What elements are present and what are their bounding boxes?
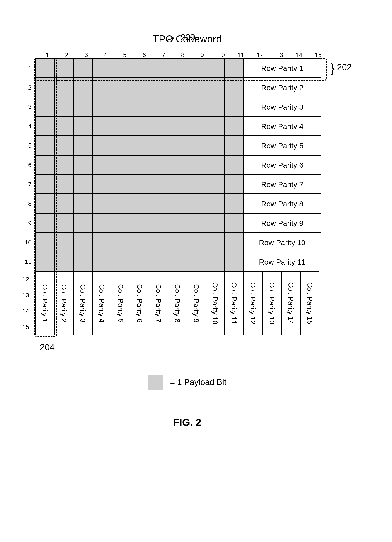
legend-swatch — [148, 374, 163, 390]
payload-cell — [92, 213, 111, 233]
payload-cell — [130, 116, 149, 136]
col-parity-cell: Col. Parity 6 — [130, 271, 149, 335]
payload-cell — [130, 136, 149, 155]
row-label: 13 — [22, 287, 32, 303]
payload-cell — [206, 213, 225, 233]
row-label: 15 — [22, 319, 32, 335]
payload-cell — [92, 78, 111, 97]
grid-row: 11Row Parity 11 — [22, 252, 383, 271]
payload-cell — [206, 78, 225, 97]
col-header: 4 — [96, 51, 115, 59]
payload-cell — [187, 213, 206, 233]
payload-cell — [35, 97, 55, 116]
row-parity-cell: Row Parity 1 — [243, 58, 321, 78]
payload-cell — [35, 78, 55, 97]
payload-cell — [92, 194, 111, 213]
col-parity-cell: Col. Parity 2 — [54, 271, 74, 335]
payload-cell — [187, 174, 206, 194]
col-parity-cell: Col. Parity 5 — [111, 271, 130, 335]
payload-cell — [187, 252, 206, 271]
payload-cell — [224, 174, 244, 194]
col-parity-row: 12131415 Col. Parity 1Col. Parity 2Col. … — [22, 271, 383, 335]
payload-cell — [130, 78, 149, 97]
col-header: 12 — [251, 51, 270, 59]
payload-cell — [149, 78, 168, 97]
payload-cell — [111, 155, 130, 174]
grid-row: 10Row Parity 10 — [22, 233, 383, 252]
payload-cell — [149, 116, 168, 136]
payload-cell — [35, 155, 55, 174]
col-parity-cell: Col. Parity 14 — [281, 271, 301, 335]
col-parity-cell: Col. Parity 13 — [262, 271, 282, 335]
payload-cell — [54, 78, 74, 97]
payload-cell — [73, 116, 93, 136]
row-parity-cell: Row Parity 2 — [243, 78, 321, 97]
grid-row: 1Row Parity 1 — [22, 59, 383, 78]
payload-cell — [224, 136, 244, 155]
col-parity-cell: Col. Parity 7 — [149, 271, 168, 335]
payload-cell — [73, 233, 93, 252]
payload-cell — [168, 233, 187, 252]
payload-cell — [73, 155, 93, 174]
col-header: 5 — [115, 51, 135, 59]
payload-cell — [54, 116, 74, 136]
col-parity-cell: Col. Parity 15 — [300, 271, 319, 335]
payload-cell — [54, 155, 74, 174]
col-header: 10 — [212, 51, 231, 59]
row-label: 9 — [22, 213, 36, 233]
payload-cell — [73, 136, 93, 155]
payload-cell — [111, 136, 130, 155]
row-parity-cell: Row Parity 4 — [243, 116, 321, 136]
payload-cell — [54, 97, 74, 116]
row-parity-cell: Row Parity 7 — [243, 174, 321, 194]
payload-cell — [206, 174, 225, 194]
payload-cell — [168, 136, 187, 155]
payload-cell — [224, 233, 244, 252]
ref-number: 200 — [180, 32, 195, 42]
payload-cell — [73, 194, 93, 213]
payload-cell — [111, 58, 130, 78]
payload-cell — [168, 174, 187, 194]
payload-cell — [111, 97, 130, 116]
grid-row: 8Row Parity 8 — [22, 194, 383, 213]
payload-cell — [92, 233, 111, 252]
payload-cell — [187, 97, 206, 116]
payload-cell — [73, 213, 93, 233]
payload-cell — [206, 136, 225, 155]
payload-cell — [149, 194, 168, 213]
row-parity-cell: Row Parity 11 — [243, 252, 321, 271]
row-label: 3 — [22, 97, 36, 117]
col-header: 8 — [173, 51, 193, 59]
row-label: 12 — [22, 271, 32, 287]
row-parity-cell: Row Parity 3 — [243, 97, 321, 116]
payload-cell — [130, 252, 149, 271]
payload-cell — [54, 136, 74, 155]
row-label: 5 — [22, 136, 36, 155]
payload-cell — [187, 194, 206, 213]
row-label: 6 — [22, 155, 36, 175]
payload-cell — [111, 252, 130, 271]
payload-cell — [130, 174, 149, 194]
col-parity-cell: Col. Parity 8 — [168, 271, 187, 335]
payload-cell — [54, 213, 74, 233]
grid-row: 2Row Parity 2 — [22, 78, 383, 97]
row-parity-cell: Row Parity 8 — [243, 194, 321, 213]
payload-cell — [130, 58, 149, 78]
col-header: 7 — [154, 51, 173, 59]
payload-cell — [224, 78, 244, 97]
row-label: 8 — [22, 194, 36, 213]
col-header: 13 — [270, 51, 289, 59]
payload-cell — [92, 116, 111, 136]
payload-cell — [130, 155, 149, 174]
payload-cell — [149, 136, 168, 155]
legend: = 1 Payload Bit — [33, 374, 341, 390]
payload-cell — [73, 252, 93, 271]
payload-cell — [224, 213, 244, 233]
payload-cell — [111, 194, 130, 213]
grid-row: 7Row Parity 7 — [22, 175, 383, 194]
row-parity-cell: Row Parity 9 — [243, 213, 321, 233]
payload-cell — [73, 58, 93, 78]
payload-cell — [54, 252, 74, 271]
grid-row: 4Row Parity 4 — [22, 117, 383, 136]
payload-cell — [149, 213, 168, 233]
